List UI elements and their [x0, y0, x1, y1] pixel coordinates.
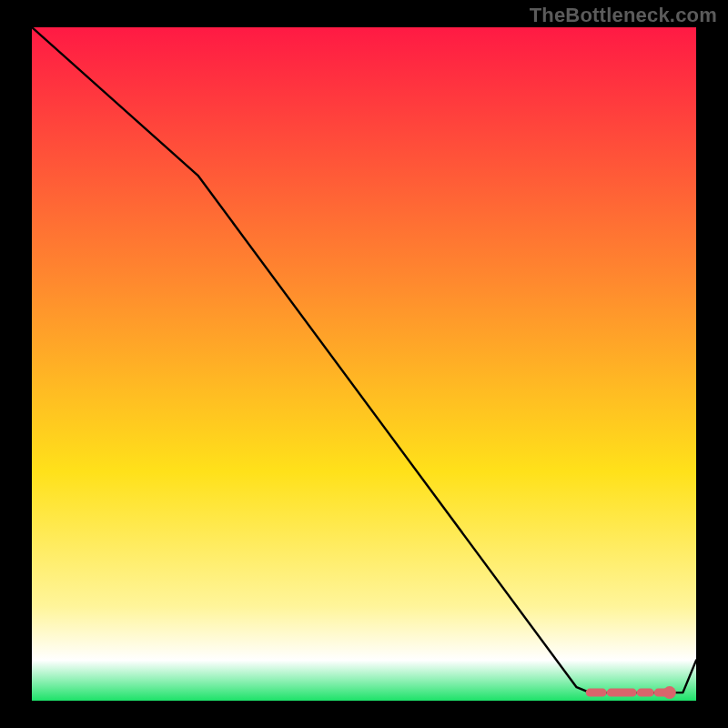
marker-point-end — [663, 686, 676, 699]
gradient-background — [32, 27, 696, 701]
chart-frame: TheBottleneck.com — [0, 0, 728, 728]
plot-area — [32, 27, 696, 701]
watermark-text: TheBottleneck.com — [530, 4, 717, 27]
chart-svg — [32, 27, 696, 701]
